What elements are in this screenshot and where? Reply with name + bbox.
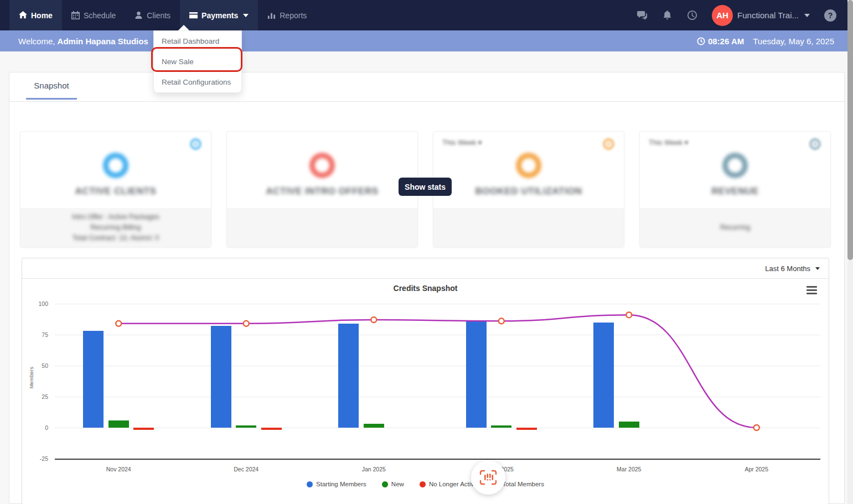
chevron-down-icon xyxy=(243,14,249,17)
bar-no-longer-active xyxy=(261,428,282,430)
y-axis-tick: 50 xyxy=(22,362,48,369)
history-clock-icon[interactable] xyxy=(687,10,697,20)
scrollbar-thumb[interactable] xyxy=(847,0,853,260)
legend-label: No Longer Active xyxy=(429,481,478,487)
card-footer xyxy=(433,208,624,247)
period-label: This Week xyxy=(442,138,476,147)
current-date: Tuesday, May 6, 2025 xyxy=(753,37,834,46)
reports-icon xyxy=(267,11,276,19)
payments-dropdown-menu: Retail Dashboard New Sale Retail Configu… xyxy=(153,30,242,93)
notifications-bell-icon[interactable] xyxy=(662,10,673,20)
legend-item-no-longer-active[interactable]: No Longer Active xyxy=(420,481,478,487)
tab-snapshot[interactable]: Snapshot xyxy=(26,81,77,100)
legend-marker xyxy=(420,481,426,487)
card-content: ACTIVE CLIENTS xyxy=(20,153,211,197)
user-name: Admin Hapana Studios xyxy=(58,37,148,46)
stat-card-booked-utilization: This Week ▾ ⚙ BOOKED UTILIZATION xyxy=(433,131,624,247)
chart-legend: Starting MembersNewNo Longer ActiveTotal… xyxy=(22,481,829,487)
bar-new xyxy=(619,422,639,428)
legend-item-new[interactable]: New xyxy=(382,481,404,487)
gear-icon[interactable]: ⚙ xyxy=(808,136,823,153)
y-axis-tick: 100 xyxy=(22,300,48,307)
credits-snapshot-panel: Last 6 Months Credits Snapshot Members 1… xyxy=(22,258,829,504)
line-marker xyxy=(499,318,504,324)
footer-line: Recurring Billing xyxy=(20,222,211,233)
time-text: 08:26 AM xyxy=(708,37,744,46)
bar-no-longer-active xyxy=(516,428,537,430)
gridline xyxy=(55,366,820,366)
gear-icon[interactable]: ⚙ xyxy=(601,136,616,153)
nav-utilities: AH Functional Trai... ? xyxy=(637,0,853,30)
account-name: Functional Trai... xyxy=(737,11,799,20)
bar-no-longer-active xyxy=(133,428,154,430)
card-title: ACTIVE INTRO OFFERS xyxy=(227,186,417,197)
menu-item-retail-configurations[interactable]: Retail Configurations xyxy=(154,72,241,92)
legend-label: New xyxy=(391,481,404,487)
barcode-scan-fab[interactable] xyxy=(471,460,505,495)
bar-starting-members xyxy=(466,321,487,428)
card-content: BOOKED UTILIZATION xyxy=(433,153,624,197)
bar-starting-members xyxy=(83,331,104,428)
card-content: REVENUE xyxy=(640,153,830,197)
nav-item-label: Home xyxy=(31,11,53,20)
scrollbar-track[interactable] xyxy=(847,0,853,504)
nav-item-label: Schedule xyxy=(84,11,116,20)
y-axis-tick: 0 xyxy=(22,424,48,431)
gridline xyxy=(55,459,820,460)
legend-label: Total Members xyxy=(502,481,544,487)
show-stats-button[interactable]: Show stats xyxy=(399,178,452,196)
y-axis-tick: -25 xyxy=(22,455,48,462)
footer-line: Intro Offer : Active Packages xyxy=(20,212,211,222)
dropdown-arrow xyxy=(178,25,189,30)
help-icon[interactable]: ? xyxy=(824,9,836,22)
legend-marker xyxy=(307,481,313,487)
messages-icon[interactable] xyxy=(637,10,648,20)
x-axis-label: Nov 2024 xyxy=(95,466,142,472)
nav-item-schedule[interactable]: Schedule xyxy=(62,0,125,30)
gridline xyxy=(55,428,820,428)
period-select[interactable]: This Week ▾ xyxy=(649,138,688,147)
line-marker xyxy=(244,321,249,326)
welcome-bar: Welcome, Admin Hapana Studios 08:26 AM T… xyxy=(0,30,853,51)
home-icon xyxy=(19,11,27,19)
x-axis-label: Dec 2024 xyxy=(223,466,270,472)
nav-item-home[interactable]: Home xyxy=(9,0,62,30)
barcode-scan-icon xyxy=(479,470,497,485)
nav-item-reports[interactable]: Reports xyxy=(258,0,316,30)
gear-icon[interactable]: ⚙ xyxy=(188,136,203,153)
nav-item-label: Payments xyxy=(201,11,238,20)
menu-item-retail-dashboard[interactable]: Retail Dashboard xyxy=(154,31,241,51)
bar-starting-members xyxy=(593,323,614,428)
donut-indicator xyxy=(722,153,748,178)
nav-item-clients[interactable]: Clients xyxy=(125,0,180,30)
x-axis-label: Mar 2025 xyxy=(606,466,652,472)
card-footer xyxy=(227,208,417,247)
bar-starting-members xyxy=(338,324,359,428)
clock-icon xyxy=(697,37,705,45)
legend-item-starting-members[interactable]: Starting Members xyxy=(307,481,366,487)
tabs-row: Snapshot xyxy=(9,72,844,102)
current-time: 08:26 AM xyxy=(697,37,744,46)
chevron-down-icon xyxy=(804,14,810,17)
card-footer: Recurring xyxy=(640,208,830,247)
main-content-card: Snapshot ⚙ ACTIVE CLIENTS Intro Offer : … xyxy=(9,72,845,504)
menu-item-new-sale[interactable]: New Sale xyxy=(154,51,241,72)
line-marker xyxy=(626,312,632,318)
account-menu[interactable]: AH Functional Trai... xyxy=(712,5,810,26)
y-axis-tick: 25 xyxy=(22,393,48,400)
legend-marker xyxy=(382,481,388,487)
y-axis-tick: 75 xyxy=(22,331,48,338)
card-title: ACTIVE CLIENTS xyxy=(20,186,211,197)
footer-line: Recurring xyxy=(640,222,830,233)
greeting-prefix: Welcome, xyxy=(18,37,55,46)
x-axis-label: Jan 2025 xyxy=(350,466,397,472)
footer-line: Total Contract: 13, Alumni: 0 xyxy=(20,233,211,243)
nav-item-payments[interactable]: Payments xyxy=(180,0,258,30)
line-marker xyxy=(371,317,376,323)
donut-indicator xyxy=(309,153,335,178)
nav-item-label: Reports xyxy=(280,11,307,20)
period-label: This Week xyxy=(649,138,683,147)
card-footer: Intro Offer : Active Packages Recurring … xyxy=(20,208,211,247)
bar-new xyxy=(491,425,511,428)
period-select[interactable]: This Week ▾ xyxy=(442,138,482,147)
